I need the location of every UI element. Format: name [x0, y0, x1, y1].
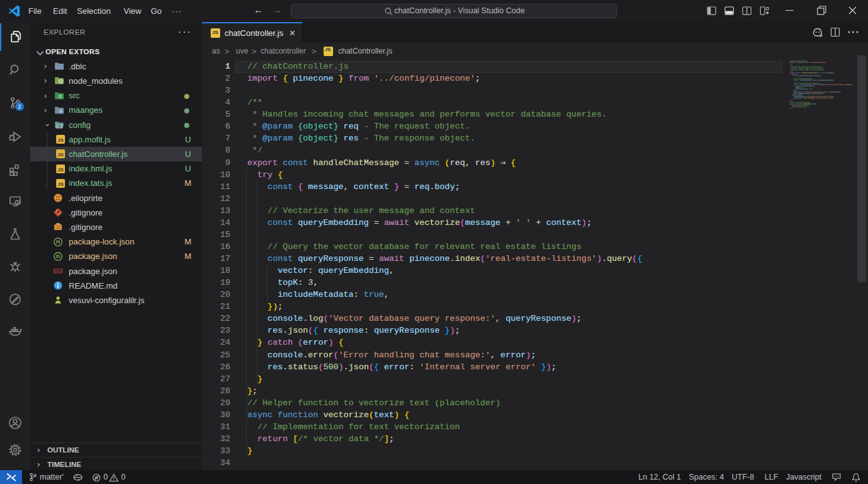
- svg-text:JS: JS: [57, 152, 64, 158]
- svg-text:JS: JS: [57, 181, 64, 187]
- svg-text:JS: JS: [57, 137, 64, 143]
- svg-text:JS: JS: [57, 166, 64, 172]
